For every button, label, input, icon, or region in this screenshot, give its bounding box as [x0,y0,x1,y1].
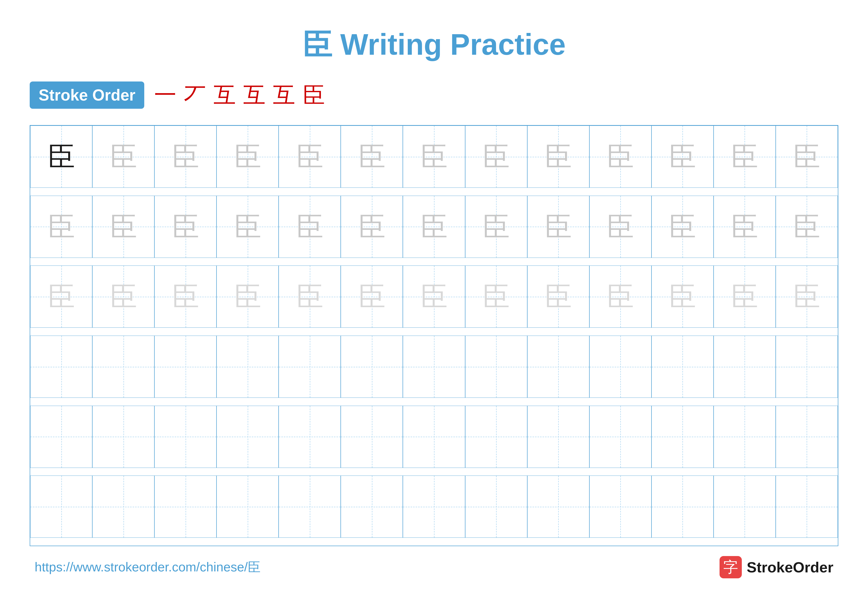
cell-character: 臣 [669,138,696,175]
grid-cell[interactable]: 臣 [279,126,341,188]
grid-cell[interactable]: 臣 [154,266,217,328]
grid-cell[interactable] [154,336,217,398]
cell-character: 臣 [234,208,261,245]
grid-cell[interactable] [714,336,776,398]
grid-cell[interactable] [217,406,279,468]
grid-cell[interactable] [589,336,651,398]
grid-cell[interactable] [776,336,838,398]
cell-character: 臣 [420,208,448,245]
grid-cell[interactable]: 臣 [403,266,465,328]
grid-cell[interactable] [154,476,217,538]
cell-character: 臣 [607,138,634,175]
grid-cell[interactable]: 臣 [651,196,714,258]
grid-cell[interactable]: 臣 [92,196,154,258]
grid-cell[interactable]: 臣 [30,126,92,188]
grid-cell[interactable] [465,406,527,468]
grid-cell[interactable] [92,406,154,468]
grid-cell[interactable]: 臣 [341,126,403,188]
grid-cell[interactable]: 臣 [217,196,279,258]
page: 臣 Writing Practice Stroke Order 一丆互互互臣 臣… [0,0,868,614]
stroke-order-row: Stroke Order 一丆互互互臣 [30,80,838,110]
grid-cell[interactable]: 臣 [776,266,838,328]
grid-cell[interactable]: 臣 [341,196,403,258]
grid-cell[interactable]: 臣 [714,266,776,328]
grid-cell[interactable]: 臣 [589,126,651,188]
grid-cell[interactable] [589,476,651,538]
cell-character: 臣 [607,278,634,315]
stroke-step-5: 臣 [302,80,325,110]
grid-cell[interactable] [527,406,589,468]
grid-cell[interactable]: 臣 [651,266,714,328]
grid-cell[interactable] [279,406,341,468]
cell-character: 臣 [731,208,758,245]
grid-cell[interactable]: 臣 [92,266,154,328]
grid-cell[interactable]: 臣 [30,196,92,258]
grid-cell[interactable]: 臣 [465,196,527,258]
cell-character: 臣 [731,138,758,175]
grid-cell[interactable]: 臣 [527,196,589,258]
grid-cell[interactable]: 臣 [651,126,714,188]
grid-cell[interactable] [341,476,403,538]
grid-cell[interactable] [217,476,279,538]
grid-cell[interactable]: 臣 [30,266,92,328]
stroke-step-0: 一 [154,80,177,110]
grid-cell[interactable] [651,476,714,538]
grid-cell[interactable]: 臣 [465,126,527,188]
cell-character: 臣 [296,208,323,245]
grid-cell[interactable]: 臣 [154,196,217,258]
grid-cell[interactable] [341,336,403,398]
cell-character: 臣 [110,278,137,315]
grid-cell[interactable] [30,406,92,468]
stroke-step-1: 丆 [184,80,206,110]
grid-cell[interactable]: 臣 [776,126,838,188]
grid-cell[interactable] [465,336,527,398]
cell-character: 臣 [296,138,323,175]
grid-cell[interactable]: 臣 [465,266,527,328]
grid-cell[interactable] [589,406,651,468]
grid-cell[interactable] [651,406,714,468]
grid-cell[interactable]: 臣 [92,126,154,188]
grid-cell[interactable]: 臣 [714,196,776,258]
grid-cell[interactable] [30,476,92,538]
grid-cell[interactable] [279,476,341,538]
grid-cell[interactable]: 臣 [217,266,279,328]
grid-cell[interactable]: 臣 [279,196,341,258]
grid-cell[interactable]: 臣 [527,126,589,188]
grid-cell[interactable] [714,476,776,538]
grid-cell[interactable] [92,476,154,538]
grid-cell[interactable] [527,336,589,398]
grid-cell[interactable]: 臣 [527,266,589,328]
cell-character: 臣 [669,278,696,315]
grid-cell[interactable] [92,336,154,398]
cell-character: 臣 [172,278,199,315]
grid-cell[interactable] [403,476,465,538]
grid-cell[interactable]: 臣 [714,126,776,188]
grid-cell[interactable]: 臣 [589,196,651,258]
grid-cell[interactable] [776,406,838,468]
grid-cell[interactable]: 臣 [403,196,465,258]
grid-cell[interactable] [403,406,465,468]
footer: https://www.strokeorder.com/chinese/臣 字 … [30,556,838,578]
grid-cell[interactable] [651,336,714,398]
grid-cell[interactable] [465,476,527,538]
grid-cell[interactable] [403,336,465,398]
grid-cell[interactable] [776,476,838,538]
grid-cell[interactable] [279,336,341,398]
footer-url[interactable]: https://www.strokeorder.com/chinese/臣 [35,558,260,576]
grid-cell[interactable]: 臣 [217,126,279,188]
cell-character: 臣 [48,278,75,315]
grid-cell[interactable] [30,336,92,398]
grid-cell[interactable]: 臣 [341,266,403,328]
grid-cell[interactable] [341,406,403,468]
grid-cell[interactable]: 臣 [589,266,651,328]
grid-cell[interactable] [714,406,776,468]
grid-cell[interactable] [527,476,589,538]
cell-character: 臣 [358,138,386,175]
grid-cell[interactable] [154,406,217,468]
cell-character: 臣 [296,278,323,315]
grid-cell[interactable] [217,336,279,398]
grid-cell[interactable]: 臣 [154,126,217,188]
grid-cell[interactable]: 臣 [403,126,465,188]
grid-cell[interactable]: 臣 [776,196,838,258]
grid-cell[interactable]: 臣 [279,266,341,328]
